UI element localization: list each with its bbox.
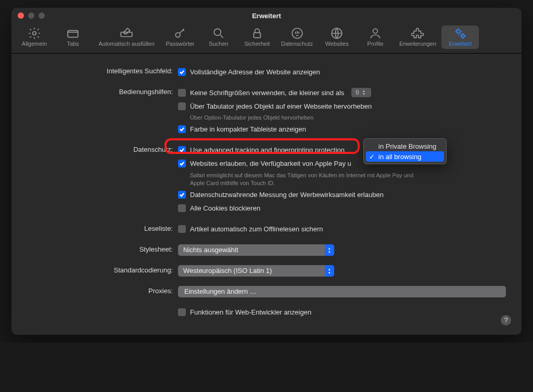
svg-point-10 <box>462 35 464 37</box>
apple-pay-checkbox[interactable] <box>178 160 186 167</box>
proxies-label: Proxies: <box>27 286 178 295</box>
pencil-field-icon <box>120 28 133 39</box>
tab-general[interactable]: Allgemein <box>16 25 53 49</box>
accessibility-label: Bedienungshilfen: <box>27 87 178 96</box>
svg-rect-2 <box>121 32 132 37</box>
ad-measurement-label: Datenschutzwahrende Messung der Werbewir… <box>190 191 384 199</box>
show-full-address-checkbox[interactable] <box>178 68 186 76</box>
tab-highlight-checkbox[interactable] <box>178 102 186 110</box>
preferences-window: Erweitert Allgemein Tabs Automatisch aus… <box>11 8 522 335</box>
help-button[interactable]: ? <box>501 315 511 325</box>
stepper-arrows-icon: ▴▾ <box>363 89 369 96</box>
gear-icon <box>28 28 41 39</box>
svg-rect-1 <box>68 31 78 37</box>
svg-point-8 <box>373 29 378 33</box>
reading-list-offline-label: Artikel automatisch zum Offlinelesen sic… <box>190 225 323 233</box>
select-arrows-icon: ▴▾ <box>325 244 334 256</box>
tab-passwords[interactable]: Passwörter <box>161 25 199 49</box>
tab-search[interactable]: Suchen <box>200 25 237 49</box>
lock-icon <box>250 28 264 39</box>
preferences-toolbar: Allgemein Tabs Automatisch ausfüllen Pas… <box>11 23 522 54</box>
search-icon <box>212 28 225 39</box>
proxies-settings-button[interactable]: Einstellungen ändern … <box>178 286 506 297</box>
tab-highlight-sublabel: Über Option-Tabulator jedes Objekt hervo… <box>178 114 428 122</box>
min-font-size-stepper[interactable]: 9 ▴▾ <box>351 88 371 97</box>
titlebar: Erweitert <box>11 8 522 23</box>
popup-option-private[interactable]: in Private Browsing <box>366 141 444 151</box>
tab-profiles[interactable]: Profile <box>357 25 394 49</box>
popup-option-all[interactable]: ✓ in all browsing <box>366 151 444 162</box>
min-font-size-label: Keine Schriftgrößen verwenden, die klein… <box>190 89 344 97</box>
tab-extensions[interactable]: Erweiterungen <box>395 25 440 49</box>
svg-point-3 <box>175 33 180 37</box>
show-full-address-label: Vollständige Adresse der Website anzeige… <box>190 68 320 76</box>
encoding-select[interactable]: Westeuropäisch (ISO Latin 1) ▴▾ <box>178 265 334 277</box>
person-icon <box>369 28 382 39</box>
tabs-icon <box>66 28 80 39</box>
window-title: Erweitert <box>11 12 522 20</box>
tab-privacy[interactable]: Datenschutz <box>277 25 317 49</box>
svg-point-0 <box>33 32 36 35</box>
globe-icon <box>330 28 344 39</box>
puzzle-icon <box>411 28 425 39</box>
tab-autofill[interactable]: Automatisch ausfüllen <box>93 25 160 49</box>
compact-tab-color-checkbox[interactable] <box>178 125 186 133</box>
reading-list-offline-checkbox[interactable] <box>178 225 186 233</box>
web-developer-checkbox[interactable] <box>178 308 186 316</box>
encoding-label: Standardcodierung: <box>27 265 178 274</box>
apple-pay-sublabel: Safari ermöglicht auf diesem Mac das Tät… <box>178 172 428 187</box>
privacy-label: Datenschutz: <box>27 145 178 153</box>
tab-tabs[interactable]: Tabs <box>54 25 92 49</box>
tab-highlight-label: Über Tabulator jedes Objekt auf einer We… <box>190 102 372 110</box>
tracking-scope-popup: in Private Browsing ✓ in all browsing <box>363 138 447 164</box>
block-all-cookies-label: Alle Cookies blockieren <box>190 204 260 212</box>
block-all-cookies-checkbox[interactable] <box>178 204 186 212</box>
svg-rect-5 <box>254 33 261 38</box>
tab-websites[interactable]: Websites <box>318 25 356 49</box>
tab-security[interactable]: Sicherheit <box>238 25 276 49</box>
select-arrows-icon: ▴▾ <box>325 265 334 277</box>
stylesheet-select[interactable]: Nichts ausgewählt ▴▾ <box>178 244 334 256</box>
svg-point-9 <box>457 30 461 34</box>
apple-pay-label: Websites erlauben, die Verfügbarkeit von… <box>190 160 351 167</box>
advanced-tracking-checkbox[interactable] <box>178 146 186 154</box>
reading-list-label: Leseliste: <box>27 224 178 232</box>
tab-advanced[interactable]: Erweitert <box>441 25 479 49</box>
web-developer-label: Funktionen für Web-Entwickler anzeigen <box>190 308 311 316</box>
checkmark-icon: ✓ <box>368 153 375 161</box>
key-icon <box>173 28 187 39</box>
content-area: Intelligentes Suchfeld: Vollständige Adr… <box>11 54 522 335</box>
hand-icon <box>290 28 304 39</box>
min-font-size-checkbox[interactable] <box>178 89 186 97</box>
ad-measurement-checkbox[interactable] <box>178 191 186 199</box>
svg-point-4 <box>214 29 221 35</box>
stylesheet-label: Stylesheet: <box>27 244 178 253</box>
advanced-tracking-label: Use advanced tracking and fingerprinting… <box>190 146 345 154</box>
smart-search-label: Intelligentes Suchfeld: <box>27 66 178 75</box>
gears-icon <box>453 28 467 39</box>
compact-tab-color-label: Farbe in kompakter Tableiste anzeigen <box>190 125 306 133</box>
